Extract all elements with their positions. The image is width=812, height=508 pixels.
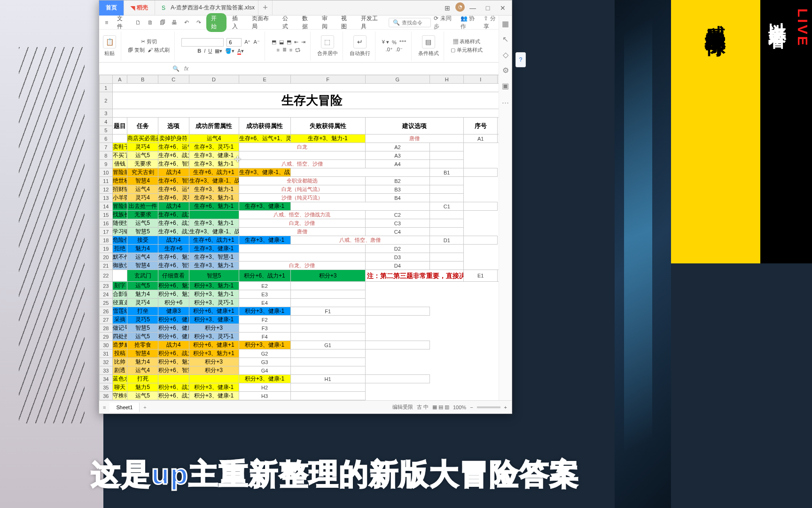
tab-danke[interactable]: ◥稻壳 [124, 0, 155, 16]
app-menu-icon[interactable]: ⊞ [440, 2, 454, 14]
ribbon-tab-insert[interactable]: 插入 [229, 14, 246, 32]
format-painter-button[interactable]: 🖌 格式刷 [148, 47, 170, 54]
row-header[interactable]: 35 [100, 383, 113, 392]
col-header-E[interactable]: E [239, 75, 290, 84]
cut-button[interactable]: ✂ 剪切 [141, 38, 157, 45]
zoom-level[interactable]: 100% [453, 405, 466, 410]
ribbon-tab-view[interactable]: 视图 [338, 14, 355, 32]
qat-open-icon[interactable]: 🗎 [146, 18, 155, 27]
dec-dec-icon[interactable]: .0⁻ [396, 47, 403, 53]
row-header[interactable]: 29 [100, 333, 113, 341]
col-header-B[interactable]: B [127, 75, 158, 84]
view-icons[interactable]: ▦ ▤ ▥ [432, 404, 449, 410]
row-header[interactable]: 22 [100, 270, 113, 282]
qat-print-icon[interactable]: 🖶 [170, 18, 180, 27]
rail-icon-3[interactable]: ◇ [503, 50, 508, 59]
paste-icon[interactable]: 📋 [103, 35, 116, 48]
border-icon[interactable]: ▦▾ [215, 48, 222, 54]
tab-home[interactable]: 首页 [99, 0, 124, 16]
font-size[interactable] [226, 38, 242, 47]
row-header[interactable]: 14 [100, 202, 113, 211]
indent-dec-icon[interactable]: ⇤ [294, 39, 298, 45]
row-header[interactable]: 20 [100, 253, 113, 262]
file-menu[interactable]: 文件 [114, 14, 131, 32]
row-header[interactable]: 30 [100, 341, 113, 349]
bold-button[interactable]: B [197, 48, 201, 54]
table-style-button[interactable]: ▦ 表格样式 [453, 38, 480, 45]
row-header[interactable]: 33 [100, 366, 113, 375]
decrease-font-icon[interactable]: A⁻ [253, 39, 259, 45]
collab-button[interactable]: 👥 协作 [461, 15, 480, 31]
orientation-icon[interactable]: ⮔ [295, 47, 300, 53]
avatar-icon[interactable]: ◔ [455, 2, 465, 12]
col-header-D[interactable]: D [189, 75, 239, 84]
rail-icon-4[interactable]: ⚙ [502, 66, 509, 75]
row-header[interactable]: 3 [100, 109, 113, 118]
font-color-icon[interactable]: A▾ [237, 48, 243, 54]
row-header[interactable]: 16 [100, 219, 113, 228]
cond-format-icon[interactable]: ▤ [422, 35, 435, 48]
rail-icon-2[interactable]: ↖ [502, 35, 508, 44]
row-header[interactable]: 11 [100, 177, 113, 185]
col-header-G[interactable]: G [365, 75, 430, 84]
ribbon-tab-start[interactable]: 开始 [206, 13, 227, 32]
row-header[interactable]: 8 [100, 151, 113, 160]
rail-icon-1[interactable]: ▦ [502, 19, 509, 28]
copy-button[interactable]: 🗐 复制 [128, 47, 145, 54]
row-header[interactable]: 18 [100, 236, 113, 245]
row-header[interactable]: 6 [100, 135, 113, 143]
ribbon-tab-data[interactable]: 数据 [299, 14, 316, 32]
fx-icon[interactable]: 🔍 [172, 65, 180, 72]
row-header[interactable]: 1 [100, 84, 113, 92]
rail-icon-6[interactable]: … [502, 97, 509, 105]
qat-save-icon[interactable]: 🗐 [158, 18, 167, 27]
row-header[interactable]: 19 [100, 245, 113, 253]
row-header[interactable]: 10 [100, 168, 113, 177]
col-header-I[interactable]: I [464, 75, 498, 84]
row-header[interactable]: 15 [100, 211, 113, 219]
row-header[interactable]: 27 [100, 316, 113, 324]
underline-button[interactable]: U [208, 48, 212, 54]
window-maximize[interactable]: □ [481, 2, 495, 14]
qat-redo-icon[interactable]: ↷ [194, 18, 203, 27]
sheet-nav-icon[interactable]: ≡ [99, 405, 109, 410]
increase-font-icon[interactable]: A⁺ [244, 39, 250, 45]
comma-icon[interactable]: ᵒᵒᵒ [399, 39, 406, 45]
command-search-input[interactable] [402, 20, 430, 25]
row-header[interactable]: 34 [100, 375, 113, 383]
col-header-C[interactable]: C [158, 75, 189, 84]
row-header[interactable]: 36 [100, 392, 113, 400]
col-header-A[interactable]: A [112, 75, 127, 84]
sync-status[interactable]: ⟳ 未同步 [434, 15, 456, 31]
rail-icon-5[interactable]: ▣ [502, 81, 509, 90]
ribbon-tab-formula[interactable]: 公式 [280, 14, 297, 32]
align-mid-icon[interactable]: ⬓ [279, 39, 284, 45]
col-header-F[interactable]: F [290, 75, 365, 84]
zoom-in-icon[interactable]: + [504, 405, 507, 410]
help-icon[interactable]: ? [519, 56, 523, 63]
row-header[interactable]: 23 [100, 282, 113, 290]
align-bot-icon[interactable]: ⬒ [287, 39, 291, 45]
row-header[interactable]: 32 [100, 358, 113, 366]
row-header[interactable]: 28 [100, 324, 113, 333]
row-header[interactable]: 12 [100, 185, 113, 194]
zoom-slider[interactable] [477, 406, 500, 408]
ribbon-tab-dev[interactable]: 开发工具 [358, 14, 386, 32]
command-search[interactable]: 🔍 [389, 18, 431, 27]
ribbon-tab-layout[interactable]: 页面布局 [249, 14, 277, 32]
font-select[interactable] [181, 38, 224, 47]
align-center-icon[interactable]: ≣ [282, 47, 287, 53]
row-header[interactable]: 9 [100, 160, 113, 168]
wrap-icon[interactable]: ↵ [353, 35, 367, 48]
indent-inc-icon[interactable]: ⇥ [301, 39, 305, 45]
col-header-H[interactable]: H [430, 75, 464, 84]
window-close[interactable]: ✕ [496, 2, 510, 14]
add-sheet-icon[interactable]: + [140, 405, 150, 410]
percent-icon[interactable]: % [392, 40, 397, 45]
cell-style-button[interactable]: ▢ 单元格样式 [451, 47, 483, 54]
qat-new-icon[interactable]: 🗋 [133, 18, 143, 27]
window-minimize[interactable]: — [466, 2, 480, 14]
align-right-icon[interactable]: ≡ [289, 47, 292, 53]
row-header[interactable]: 25 [100, 299, 113, 307]
ribbon-tab-review[interactable]: 审阅 [319, 14, 336, 32]
